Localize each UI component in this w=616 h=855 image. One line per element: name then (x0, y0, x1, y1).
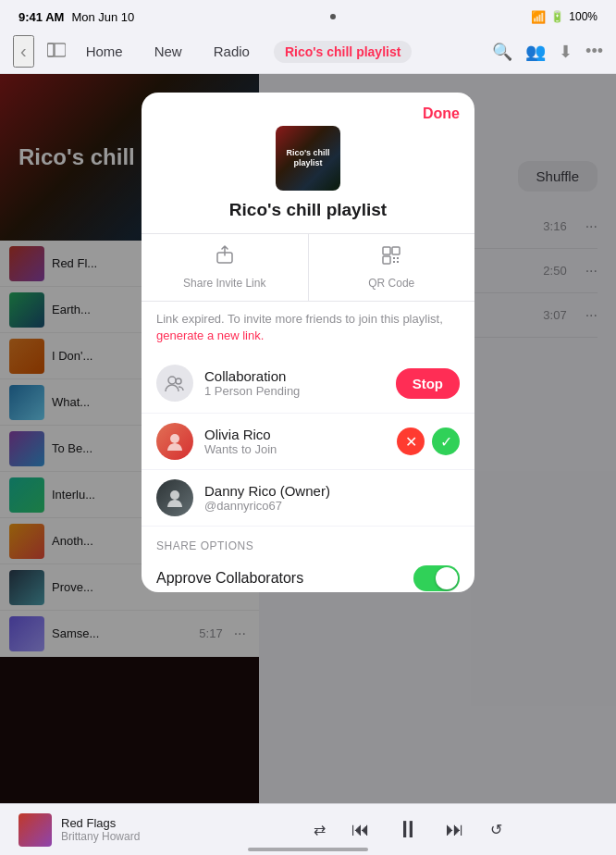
now-playing-artist: Brittany Howard (61, 830, 140, 843)
wifi-icon: 📶 (531, 10, 546, 24)
danny-handle: @dannyrico67 (204, 499, 460, 513)
pause-button[interactable]: ⏸ (392, 812, 424, 848)
nav-right: 🔍 👥 ⬇ ••• (492, 42, 603, 62)
danny-name: Danny Rico (Owner) (204, 483, 460, 499)
status-right: 📶 🔋 100% (531, 10, 598, 24)
repeat-button[interactable]: ↺ (487, 817, 506, 842)
main-content: Rico's chill playlist Red Fl... 4:27 ···… (0, 74, 616, 803)
battery-icon: 🔋 (550, 10, 564, 23)
link-expired-notice: Link expired. To invite more friends to … (142, 302, 474, 353)
more-button[interactable]: ••• (585, 42, 603, 61)
home-indicator (248, 848, 368, 851)
collaborators-button[interactable]: 👥 (525, 42, 546, 62)
olivia-name: Olivia Rico (204, 427, 397, 442)
shuffle-control-button[interactable]: ⇄ (310, 817, 329, 842)
tab-new[interactable]: New (147, 40, 190, 63)
approve-collaborators-toggle[interactable] (413, 565, 460, 591)
svg-rect-1 (47, 43, 66, 56)
modal-playlist-thumbnail: Rico's chillplaylist (276, 126, 340, 191)
status-bar: 9:41 AM Mon Jun 10 📶 🔋 100% (0, 0, 616, 30)
share-icon (215, 245, 235, 271)
svg-point-11 (168, 377, 176, 384)
status-time: 9:41 AM (18, 10, 64, 24)
now-playing-thumbnail (18, 813, 52, 847)
collaboration-icon (156, 365, 193, 402)
modal-thumb-label: Rico's chillplaylist (286, 148, 329, 168)
now-playing-title: Red Flags (61, 816, 140, 830)
olivia-avatar (156, 423, 193, 460)
svg-rect-9 (393, 261, 395, 263)
svg-rect-10 (397, 261, 399, 263)
person-row-olivia: Olivia Rico Wants to Join ✕ ✓ (142, 414, 474, 470)
share-invite-label: Share Invite Link (183, 277, 265, 290)
approve-olivia-button[interactable]: ✓ (432, 428, 460, 455)
battery-pct: 100% (569, 10, 598, 23)
tab-home[interactable]: Home (79, 40, 130, 63)
svg-rect-8 (397, 257, 399, 259)
svg-rect-6 (383, 256, 390, 264)
modal-header: Done (142, 93, 474, 122)
svg-rect-4 (383, 247, 390, 254)
olivia-actions: ✕ ✓ (397, 428, 460, 455)
svg-rect-0 (47, 43, 54, 56)
download-button[interactable]: ⬇ (559, 42, 573, 62)
back-button[interactable]: ‹ (13, 35, 34, 68)
share-invite-link-button[interactable]: Share Invite Link (142, 234, 309, 301)
approve-collaborators-label: Approve Collaborators (156, 570, 413, 587)
olivia-status: Wants to Join (204, 442, 397, 456)
reject-olivia-button[interactable]: ✕ (397, 428, 425, 455)
status-date: Mon Jun 10 (71, 10, 134, 24)
svg-rect-5 (392, 247, 400, 254)
qr-code-label: QR Code (368, 277, 414, 290)
modal-playlist-title: Rico's chill playlist (142, 191, 474, 233)
approve-collaborators-row: Approve Collaborators (156, 562, 460, 592)
modal-share-buttons: Share Invite Link Q (142, 233, 474, 302)
previous-button[interactable]: ⏮ (348, 815, 374, 844)
svg-point-12 (176, 378, 181, 384)
done-button[interactable]: Done (423, 105, 460, 122)
nav-bar: ‹ Home New Radio Rico's chill playlist 🔍… (0, 30, 616, 74)
olivia-info: Olivia Rico Wants to Join (204, 427, 397, 456)
modal-overlay: Done Rico's chillplaylist Rico's chill p… (0, 74, 616, 803)
svg-rect-7 (393, 257, 395, 259)
svg-point-14 (170, 490, 179, 500)
svg-point-13 (170, 434, 179, 443)
link-expired-text: Link expired. To invite more friends to … (156, 312, 443, 326)
now-playing-info: Red Flags Brittany Howard (61, 816, 140, 843)
now-playing-controls: ⇄ ⏮ ⏸ ⏭ ↺ (218, 812, 598, 848)
collaboration-row: Collaboration 1 Person Pending Stop (142, 353, 474, 414)
qr-code-button[interactable]: QR Code (309, 234, 475, 301)
collaboration-modal: Done Rico's chillplaylist Rico's chill p… (142, 93, 474, 592)
generate-link-button[interactable]: generate a new link. (156, 328, 264, 342)
person-row-danny: Danny Rico (Owner) @dannyrico67 (142, 470, 474, 527)
tab-radio[interactable]: Radio (206, 40, 257, 63)
collaboration-title: Collaboration (204, 368, 396, 384)
stop-collaboration-button[interactable]: Stop (396, 368, 460, 399)
danny-info: Danny Rico (Owner) @dannyrico67 (204, 483, 460, 513)
collaboration-subtitle: 1 Person Pending (204, 384, 396, 398)
danny-avatar (156, 479, 193, 516)
qr-code-icon (381, 245, 401, 271)
nav-tabs: Home New Radio Rico's chill playlist (79, 40, 483, 63)
now-playing-track: Red Flags Brittany Howard (18, 813, 203, 847)
search-button[interactable]: 🔍 (492, 42, 512, 62)
share-options-label: SHARE OPTIONS (156, 539, 460, 552)
sidebar-toggle-button[interactable] (43, 39, 69, 64)
tab-playlist[interactable]: Rico's chill playlist (274, 41, 412, 63)
share-options-section: SHARE OPTIONS Approve Collaborators When… (142, 527, 474, 592)
next-button[interactable]: ⏭ (442, 815, 468, 844)
collaboration-info: Collaboration 1 Person Pending (204, 368, 396, 398)
toggle-knob (436, 567, 458, 589)
